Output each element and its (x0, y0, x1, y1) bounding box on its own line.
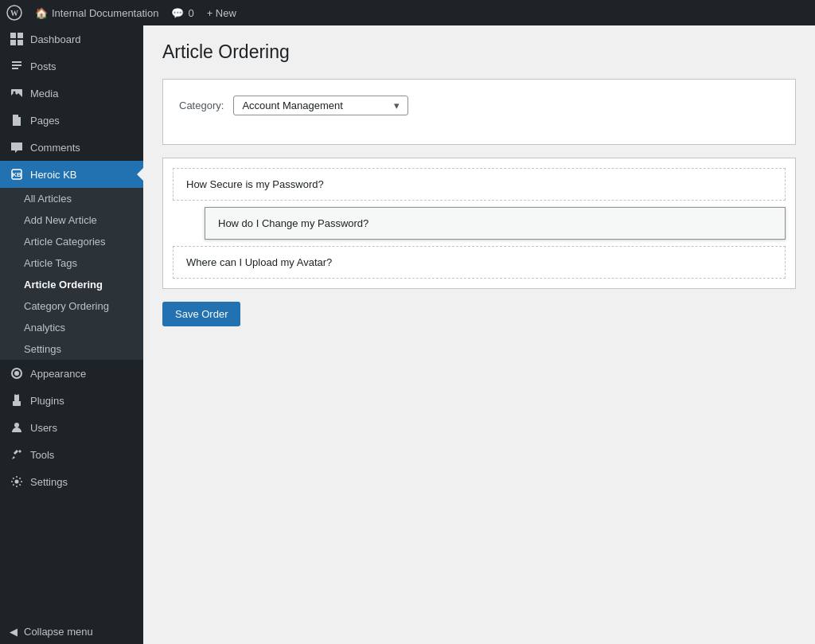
svg-rect-3 (18, 33, 23, 38)
submenu-analytics[interactable]: Analytics (0, 317, 143, 338)
category-selected-value: Account Management (242, 100, 388, 111)
submenu-add-new-article[interactable]: Add New Article (0, 209, 143, 231)
svg-rect-5 (18, 40, 23, 45)
submenu-article-categories[interactable]: Article Categories (0, 231, 143, 252)
dashboard-icon (10, 32, 24, 46)
category-label: Category: (179, 100, 224, 111)
submenu-category-ordering[interactable]: Category Ordering (0, 295, 143, 317)
new-button[interactable]: + New (207, 7, 236, 19)
svg-rect-4 (10, 40, 16, 45)
category-selector-box: Category: Account Management ▾ (162, 79, 796, 145)
plugins-icon (10, 393, 24, 408)
posts-icon (10, 59, 24, 73)
page-title: Article Ordering (162, 41, 796, 63)
layout: Dashboard Posts Media Pages Comments (0, 25, 815, 644)
article-item-3[interactable]: Where can I Upload my Avatar? (173, 246, 786, 279)
svg-rect-2 (10, 33, 16, 38)
svg-text:W: W (10, 9, 18, 18)
submenu-article-tags[interactable]: Article Tags (0, 252, 143, 274)
sidebar-item-dashboard[interactable]: Dashboard (0, 25, 143, 53)
collapse-menu-button[interactable]: ◀ Collapse menu (0, 619, 143, 644)
tools-icon (10, 447, 24, 462)
category-row: Category: Account Management ▾ (179, 96, 779, 115)
sidebar-item-media[interactable]: Media (0, 80, 143, 107)
article-item-2[interactable]: How do I Change my Password? (205, 207, 786, 240)
media-icon (10, 86, 24, 100)
svg-point-13 (14, 423, 19, 427)
sidebar-item-users[interactable]: Users (0, 414, 143, 441)
comments-link[interactable]: 💬 0 (171, 7, 193, 19)
sidebar-item-plugins[interactable]: Plugins (0, 387, 143, 414)
sidebar-item-heroic-kb[interactable]: KB Heroic KB (0, 161, 143, 188)
save-order-button[interactable]: Save Order (162, 302, 240, 326)
wp-logo-button[interactable]: W (6, 5, 22, 21)
collapse-icon: ◀ (10, 626, 18, 638)
comments-nav-icon (10, 140, 24, 154)
pages-icon (10, 113, 24, 127)
chevron-down-icon: ▾ (394, 100, 400, 111)
settings-icon (10, 474, 24, 489)
sidebar-item-posts[interactable]: Posts (0, 53, 143, 80)
comments-icon: 💬 (171, 7, 184, 19)
main-content: Article Ordering Category: Account Manag… (143, 25, 815, 644)
submenu-article-ordering[interactable]: Article Ordering (0, 274, 143, 295)
sidebar-item-appearance[interactable]: Appearance (0, 360, 143, 387)
svg-text:KB: KB (12, 171, 21, 178)
sidebar: Dashboard Posts Media Pages Comments (0, 25, 143, 644)
site-name[interactable]: 🏠 Internal Documentation (35, 7, 158, 19)
heroickb-submenu: All Articles Add New Article Article Cat… (0, 188, 143, 360)
sidebar-item-tools[interactable]: Tools (0, 441, 143, 468)
submenu-all-articles[interactable]: All Articles (0, 188, 143, 209)
users-icon (10, 420, 24, 435)
sidebar-item-settings[interactable]: Settings (0, 468, 143, 495)
sidebar-item-pages[interactable]: Pages (0, 107, 143, 134)
category-dropdown[interactable]: Account Management ▾ (233, 96, 408, 115)
heroickb-icon: KB (10, 167, 24, 181)
article-item-1[interactable]: How Secure is my Password? (173, 168, 786, 201)
home-icon: 🏠 (35, 7, 48, 19)
svg-point-14 (15, 480, 19, 484)
sidebar-item-comments[interactable]: Comments (0, 134, 143, 161)
articles-container: How Secure is my Password? How do I Chan… (162, 158, 796, 289)
submenu-settings[interactable]: Settings (0, 338, 143, 360)
topbar: W 🏠 Internal Documentation 💬 0 + New (0, 0, 815, 25)
appearance-icon (10, 366, 24, 381)
